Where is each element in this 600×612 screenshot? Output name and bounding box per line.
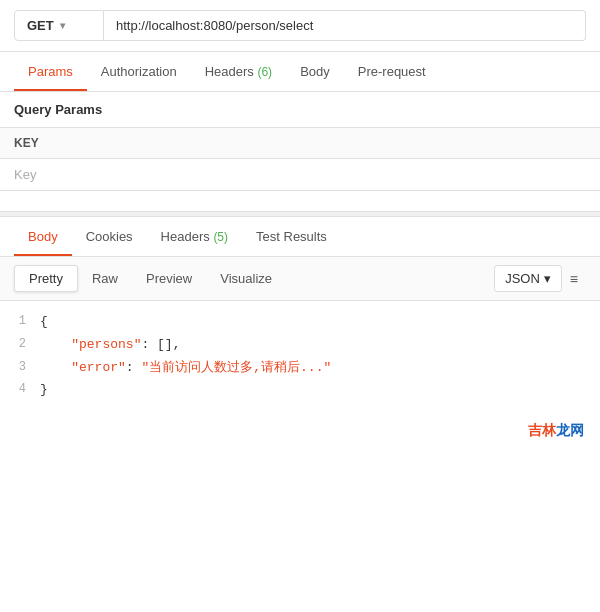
tab-headers[interactable]: Headers (6) xyxy=(191,52,286,91)
key-placeholder-cell: Key xyxy=(0,159,600,191)
code-line-2: 2 "persons": [], xyxy=(0,334,600,357)
tab-pre-request[interactable]: Pre-request xyxy=(344,52,440,91)
request-tab-bar: Params Authorization Headers (6) Body Pr… xyxy=(0,52,600,92)
response-tab-bar: Body Cookies Headers (5) Test Results xyxy=(0,217,600,257)
code-line-3: 3 "error": "当前访问人数过多,请稍后..." xyxy=(0,357,600,380)
format-pretty-button[interactable]: Pretty xyxy=(14,265,78,292)
headers-badge: (6) xyxy=(257,65,272,79)
token-key-error: "error" xyxy=(71,360,126,375)
code-line-1: 1 { xyxy=(0,311,600,334)
line-number-1: 1 xyxy=(0,312,40,331)
wrap-icon[interactable]: ≡ xyxy=(562,266,586,292)
method-label: GET xyxy=(27,18,54,33)
line-content-1: { xyxy=(40,312,600,333)
tab-cookies[interactable]: Cookies xyxy=(72,217,147,256)
col-key-header: KEY xyxy=(0,128,600,159)
tab-response-headers[interactable]: Headers (5) xyxy=(147,217,242,256)
tab-test-results[interactable]: Test Results xyxy=(242,217,341,256)
line-number-3: 3 xyxy=(0,358,40,377)
format-raw-button[interactable]: Raw xyxy=(78,266,132,291)
params-table: KEY Key xyxy=(0,127,600,191)
format-bar: Pretty Raw Preview Visualize JSON ▾ ≡ xyxy=(0,257,600,301)
tab-params[interactable]: Params xyxy=(14,52,87,91)
tab-response-body[interactable]: Body xyxy=(14,217,72,256)
json-chevron-icon: ▾ xyxy=(544,271,551,286)
line-content-3: "error": "当前访问人数过多,请稍后..." xyxy=(40,358,600,379)
brand-label: 吉林龙网 xyxy=(528,422,584,440)
line-content-2: "persons": [], xyxy=(40,335,600,356)
tab-body[interactable]: Body xyxy=(286,52,344,91)
line-content-4: } xyxy=(40,380,600,401)
chevron-down-icon: ▾ xyxy=(60,20,65,31)
format-preview-button[interactable]: Preview xyxy=(132,266,206,291)
query-params-header: Query Params xyxy=(0,92,600,127)
url-input[interactable] xyxy=(104,10,586,41)
format-visualize-button[interactable]: Visualize xyxy=(206,266,286,291)
line-number-2: 2 xyxy=(0,335,40,354)
tab-authorization[interactable]: Authorization xyxy=(87,52,191,91)
code-area: 1 { 2 "persons": [], 3 "error": "当前访问人数过… xyxy=(0,301,600,412)
method-selector[interactable]: GET ▾ xyxy=(14,10,104,41)
code-line-4: 4 } xyxy=(0,379,600,402)
response-headers-badge: (5) xyxy=(213,230,228,244)
json-type-selector[interactable]: JSON ▾ xyxy=(494,265,562,292)
token-value-error: "当前访问人数过多,请稍后..." xyxy=(141,360,331,375)
token-key-persons: "persons" xyxy=(71,337,141,352)
footer: 吉林龙网 xyxy=(0,412,600,446)
table-row: Key xyxy=(0,159,600,191)
url-bar: GET ▾ xyxy=(0,0,600,52)
line-number-4: 4 xyxy=(0,380,40,399)
